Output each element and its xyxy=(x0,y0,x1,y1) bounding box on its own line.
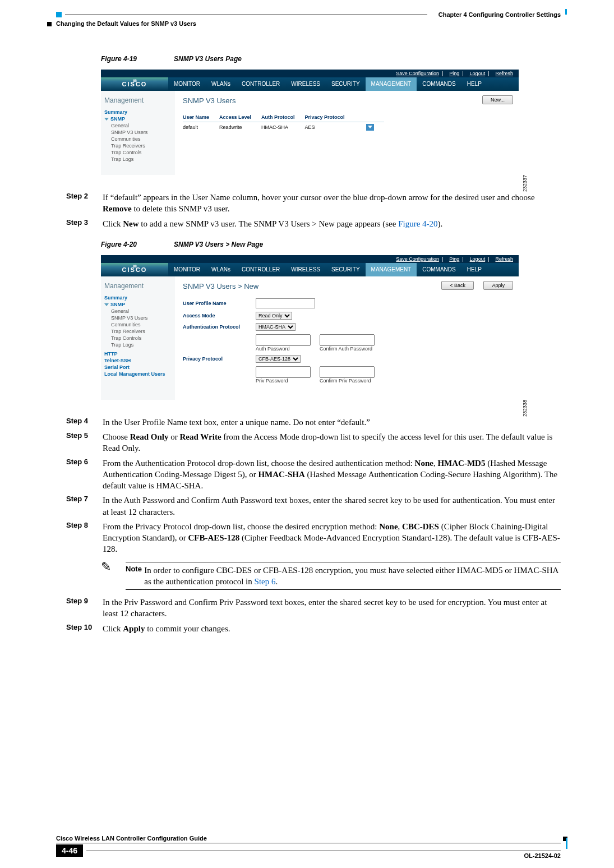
chevron-down-icon xyxy=(104,303,109,306)
footer-title: Cisco Wireless LAN Controller Configurat… xyxy=(56,835,561,843)
sidebar-snmp[interactable]: SNMP xyxy=(104,116,172,122)
step-4-label: Step 4 xyxy=(66,417,103,428)
col-access-level: Access Level xyxy=(219,113,261,122)
menu-security[interactable]: SECURITY xyxy=(326,263,366,276)
table-row: default Readwrite HMAC-SHA AES xyxy=(183,122,384,133)
sidebar-trap-controls[interactable]: Trap Controls xyxy=(104,149,172,156)
apply-button[interactable]: Apply xyxy=(483,281,513,290)
sidebar-snmp[interactable]: SNMP xyxy=(104,301,172,308)
link-save-config[interactable]: Save Configuration xyxy=(396,256,439,262)
menu-monitor[interactable]: MONITOR xyxy=(168,263,206,276)
step-6-label: Step 6 xyxy=(66,458,103,492)
new-button[interactable]: New... xyxy=(482,95,513,104)
cisco-logo: ılıılıCISCO xyxy=(101,77,168,91)
note-text: In order to configure CBC-DES or CFB-AES… xyxy=(144,565,561,588)
menu-commands[interactable]: COMMANDS xyxy=(417,263,461,276)
step-3-label: Step 3 xyxy=(66,218,103,229)
sidebar-general[interactable]: General xyxy=(104,308,172,315)
sidebar-general[interactable]: General xyxy=(104,122,172,129)
sidebar-title: Management xyxy=(104,96,172,104)
link-refresh[interactable]: Refresh xyxy=(495,71,513,76)
step-2-label: Step 2 xyxy=(66,192,103,215)
page-title: SNMP V3 Users xyxy=(183,96,511,105)
label-confirm-priv-password: Confirm Priv Password xyxy=(320,378,371,384)
sidebar-trap-controls[interactable]: Trap Controls xyxy=(104,335,172,341)
auth-password-input[interactable] xyxy=(256,334,311,346)
step-9-label: Step 9 xyxy=(66,597,103,620)
confirm-priv-password-input[interactable] xyxy=(320,366,375,378)
menu-help[interactable]: HELP xyxy=(461,263,487,276)
link-logout[interactable]: Logout xyxy=(470,256,486,262)
cisco-logo: ılıılıCISCO xyxy=(101,263,168,276)
figure-19-caption: Figure 4-19SNMP V3 Users Page xyxy=(101,55,561,63)
sidebar-snmp-v3-users[interactable]: SNMP V3 Users xyxy=(104,315,172,321)
label-user-profile-name: User Profile Name xyxy=(183,301,256,306)
step-3-text: Click New to add a new SNMP v3 user. The… xyxy=(103,218,561,229)
header-accent-square xyxy=(56,12,62,17)
step-7-label: Step 7 xyxy=(66,495,103,518)
label-priv-password: Priv Password xyxy=(256,378,288,384)
menu-security[interactable]: SECURITY xyxy=(326,77,366,91)
menu-controller[interactable]: CONTROLLER xyxy=(236,77,285,91)
privacy-protocol-select[interactable]: CFB-AES-128 xyxy=(256,355,301,363)
sidebar-serial-port[interactable]: Serial Port xyxy=(104,364,172,371)
sidebar-summary[interactable]: Summary xyxy=(104,294,172,301)
doc-id: OL-21524-02 xyxy=(524,852,561,859)
label-auth-password: Auth Password xyxy=(256,346,290,352)
menu-controller[interactable]: CONTROLLER xyxy=(236,263,285,276)
step-10-label: Step 10 xyxy=(66,623,103,634)
note-pencil-icon: ✎ xyxy=(101,560,111,574)
menu-monitor[interactable]: MONITOR xyxy=(168,77,206,91)
sidebar-local-mgmt-users[interactable]: Local Management Users xyxy=(104,371,172,377)
link-logout[interactable]: Logout xyxy=(470,71,486,76)
link-figure-4-20[interactable]: Figure 4-20 xyxy=(398,219,437,228)
menu-wlans[interactable]: WLANs xyxy=(206,263,236,276)
menu-management[interactable]: MANAGEMENT xyxy=(366,77,417,91)
screenshot-snmp-users: Save Configuration | Ping | Logout | Ref… xyxy=(101,70,519,175)
sidebar-trap-receivers[interactable]: Trap Receivers xyxy=(104,142,172,149)
col-auth-protocol: Auth Protocol xyxy=(261,113,305,122)
section-heading: Changing the Default Values for SNMP v3 … xyxy=(56,20,561,27)
step-2-text: If “default” appears in the User Name co… xyxy=(103,192,561,215)
menu-commands[interactable]: COMMANDS xyxy=(417,77,461,91)
sidebar-summary[interactable]: Summary xyxy=(104,109,172,116)
sidebar-snmp-v3-users[interactable]: SNMP V3 Users xyxy=(104,129,172,136)
label-access-mode: Access Mode xyxy=(183,313,256,318)
menu-management[interactable]: MANAGEMENT xyxy=(366,263,417,276)
menu-wireless[interactable]: WIRELESS xyxy=(285,77,326,91)
link-step-6[interactable]: Step 6 xyxy=(255,577,276,586)
back-button[interactable]: < Back xyxy=(441,281,474,290)
step-5-label: Step 5 xyxy=(66,431,103,454)
sidebar-telnet-ssh[interactable]: Telnet-SSH xyxy=(104,357,172,364)
row-dropdown-icon[interactable] xyxy=(366,124,374,131)
chevron-down-icon xyxy=(104,118,109,121)
link-ping[interactable]: Ping xyxy=(449,71,459,76)
priv-password-input[interactable] xyxy=(256,366,311,378)
menu-help[interactable]: HELP xyxy=(461,77,487,91)
sidebar-trap-logs[interactable]: Trap Logs xyxy=(104,156,172,163)
sidebar-http[interactable]: HTTP xyxy=(104,350,172,357)
sidebar-communities[interactable]: Communities xyxy=(104,136,172,142)
menu-wireless[interactable]: WIRELESS xyxy=(285,263,326,276)
step-5-text: Choose Read Only or Read Write from the … xyxy=(103,431,561,454)
step-7-text: In the Auth Password and Confirm Auth Pa… xyxy=(103,495,561,518)
link-save-config[interactable]: Save Configuration xyxy=(396,71,439,76)
step-10-text: Click Apply to commit your changes. xyxy=(103,623,561,634)
sidebar-title: Management xyxy=(104,282,172,290)
step-6-text: From the Authentication Protocol drop-do… xyxy=(103,458,561,492)
sidebar-trap-receivers[interactable]: Trap Receivers xyxy=(104,328,172,335)
menu-wlans[interactable]: WLANs xyxy=(206,77,236,91)
confirm-auth-password-input[interactable] xyxy=(320,334,375,346)
link-ping[interactable]: Ping xyxy=(449,256,459,262)
users-table: User Name Access Level Auth Protocol Pri… xyxy=(183,113,384,132)
sidebar-trap-logs[interactable]: Trap Logs xyxy=(104,341,172,348)
access-mode-select[interactable]: Read Only xyxy=(256,312,292,320)
label-confirm-auth-password: Confirm Auth Password xyxy=(320,346,372,352)
figure-20-caption: Figure 4-20SNMP V3 Users > New Page xyxy=(101,241,561,248)
note-label: Note xyxy=(126,565,144,588)
sidebar-communities[interactable]: Communities xyxy=(104,321,172,328)
page-number: 4-46 xyxy=(56,844,83,857)
link-refresh[interactable]: Refresh xyxy=(495,256,513,262)
user-profile-name-input[interactable] xyxy=(256,298,315,308)
auth-protocol-select[interactable]: HMAC-SHA xyxy=(256,323,296,331)
